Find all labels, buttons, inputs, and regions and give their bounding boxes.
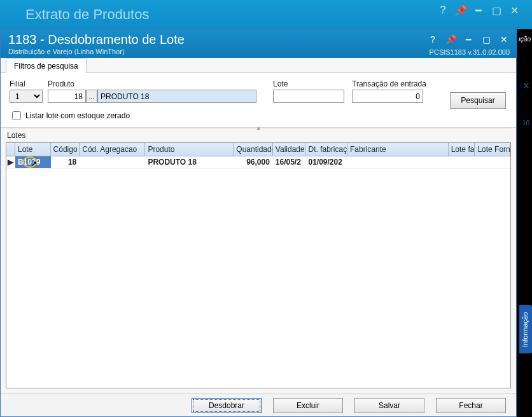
lotes-grid: Lote Código Cód. Agregacao Produto Quant…	[6, 142, 511, 388]
filial-label: Filial	[10, 79, 43, 88]
side-close-icon[interactable]: ✕	[522, 81, 531, 90]
cell-produto: PRODUTO 18	[145, 156, 234, 168]
row-indicator-icon: ▶	[6, 156, 15, 168]
grid-header-cod-agregacao[interactable]: Cód. Agregacao	[80, 143, 145, 156]
lotes-section-label: ▴ Lotes	[6, 128, 511, 142]
transacao-input[interactable]	[352, 90, 423, 103]
produto-name-input[interactable]	[97, 90, 256, 103]
grid-header-codigo[interactable]: Código	[51, 143, 80, 156]
close-icon[interactable]: ✕	[498, 34, 510, 45]
help-icon[interactable]: ?	[438, 5, 448, 15]
parent-window-titlebar: Extrato de Produtos ? 📌 ━ ▢ ✕	[0, 0, 532, 29]
produto-label: Produto	[48, 79, 256, 88]
listar-estoque-zerado-label: Listar lote com estoque zerado	[25, 111, 130, 120]
tab-filtros-pesquisa[interactable]: Filtros de pesquisa	[6, 58, 87, 73]
lote-label: Lote	[273, 79, 344, 88]
grid-header-produto[interactable]: Produto	[145, 143, 234, 156]
grid-header-lote-forne[interactable]: Lote Forne	[475, 143, 510, 156]
grid-header-fabricante[interactable]: Fabricante	[347, 143, 449, 156]
informacao-side-tab[interactable]: Informação	[519, 305, 532, 353]
side-number: 10	[522, 120, 529, 126]
cell-lote: B1079	[18, 158, 40, 167]
minimize-icon[interactable]: ━	[463, 34, 474, 45]
tab-strip: Filtros de pesquisa	[1, 58, 516, 73]
maximize-icon[interactable]: ▢	[480, 34, 492, 45]
grid-header-dt-fabricacao[interactable]: Dt. fabricaçã	[305, 143, 347, 156]
grid-header-lote[interactable]: Lote	[15, 143, 51, 156]
cell-dt-fabricacao: 01/09/202	[305, 156, 347, 168]
cell-cod-agregacao	[80, 156, 145, 168]
filter-panel: Filial 1 Produto ... L	[1, 73, 516, 128]
window-titlebar: 1183 - Desdobramento de Lote Distribuiçã…	[1, 30, 516, 58]
produto-lookup-button[interactable]: ...	[86, 90, 97, 103]
pin-icon[interactable]: 📌	[456, 5, 466, 15]
cell-codigo: 18	[51, 156, 80, 168]
cell-lote-forne	[475, 156, 510, 168]
close-icon[interactable]: ✕	[509, 5, 519, 15]
pesquisar-button[interactable]: Pesquisar	[450, 92, 506, 109]
grid-header-selector[interactable]	[6, 143, 15, 156]
cell-quantidade: 96,000	[234, 156, 273, 168]
excluir-button[interactable]: Excluir	[273, 398, 343, 413]
cell-validade: 16/05/2	[273, 156, 306, 168]
grid-header: Lote Código Cód. Agregacao Produto Quant…	[6, 143, 510, 156]
salvar-button[interactable]: Salvar	[354, 398, 424, 413]
lote-input[interactable]	[273, 90, 344, 103]
transacao-label: Transação de entrada	[352, 79, 426, 88]
minimize-icon[interactable]: ━	[473, 5, 484, 15]
parent-window-controls: ? 📌 ━ ▢ ✕	[438, 5, 519, 15]
desdobrar-button[interactable]: Desdobrar	[192, 398, 262, 413]
version-label: PCSIS1183 v.31.0.02.000	[430, 48, 510, 56]
filial-select[interactable]: 1	[10, 90, 43, 103]
grid-header-lote-fa[interactable]: Lote fa	[449, 143, 475, 156]
cell-fabricante	[347, 156, 449, 168]
table-row[interactable]: ▶ B1079 18 PRODUTO 18 96,000 16/05/2 01/…	[6, 156, 510, 168]
listar-estoque-zerado-checkbox[interactable]	[12, 111, 21, 120]
side-text-fragment: ıção	[519, 36, 531, 43]
button-bar: Desdobrar Excluir Salvar Fechar	[1, 393, 516, 416]
grid-header-validade[interactable]: Validade	[273, 143, 306, 156]
cell-lote-fa	[449, 156, 475, 168]
splitter-handle[interactable]: ▴	[257, 125, 260, 131]
pin-icon[interactable]: 📌	[445, 34, 456, 45]
fechar-button[interactable]: Fechar	[436, 398, 506, 413]
help-icon[interactable]: ?	[427, 34, 438, 45]
main-window: 1183 - Desdobramento de Lote Distribuiçã…	[0, 29, 517, 417]
grid-header-quantidade[interactable]: Quantidade	[234, 143, 273, 156]
parent-window-title: Extrato de Produtos	[25, 6, 149, 23]
produto-code-input[interactable]	[48, 90, 86, 103]
maximize-icon[interactable]: ▢	[491, 5, 501, 15]
